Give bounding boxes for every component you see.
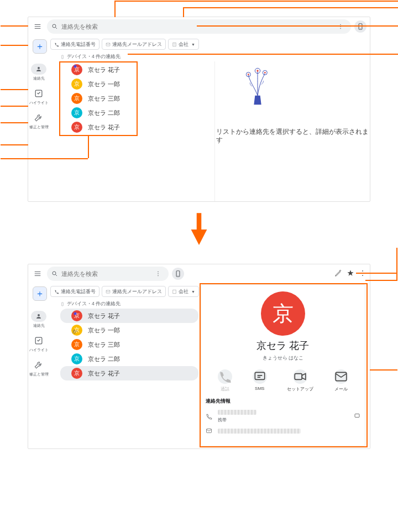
contact-row[interactable]: 京 京セラ 三郎 [60,91,214,106]
sidebar-item-contacts[interactable]: 連絡先 [31,311,46,328]
callout-line [114,1,398,2]
callout-line [1,144,28,145]
section-label: か [72,328,77,335]
contact-name: 京セラ 花子 [88,66,120,74]
filter-chip-company[interactable]: 会社 ▼ [168,286,199,297]
action-call[interactable]: 通話 [218,369,232,392]
svg-rect-6 [106,43,110,45]
callout-line [1,45,28,46]
callout-line [370,369,397,371]
avatar: 京 [71,107,82,118]
filter-chip-company[interactable]: 会社 ▼ [168,39,199,50]
device-icon[interactable] [172,268,184,280]
contact-row[interactable]: 京 京セラ 一郎 [60,77,214,91]
contact-row[interactable]: 京 京セラ 花子 [60,120,214,134]
phone-icon [54,42,59,47]
avatar: 京 [71,339,82,350]
svg-rect-7 [173,43,176,46]
action-label: SMS [255,386,264,391]
phone-icon [54,289,59,294]
contact-row[interactable]: 京 京セラ 花子 [60,62,214,77]
filter-chip-email[interactable]: 連絡先メールアドレス [102,286,166,297]
more-icon[interactable] [359,269,366,278]
callout-line [183,7,398,8]
contact-list: 京 京セラ 花子 京 京セラ 一郎 京 京セラ 三郎 京 京セラ 二郎 [49,61,215,201]
search-icon [51,270,58,277]
contact-name: 京セラ 三郎 [88,95,120,103]
chevron-down-icon: ▼ [191,43,195,46]
svg-point-19 [158,273,159,274]
app-body: 連絡先 ハイライト 修正と管理 京 京セラ 花子 [28,61,370,201]
star-icon [72,64,78,69]
device-icon[interactable] [354,20,366,33]
star-icon[interactable] [347,269,354,278]
callout-line [183,7,184,17]
info-header: 連絡先情報 [206,398,360,405]
redacted-text [218,410,256,415]
svg-point-20 [158,275,159,277]
phone-icon [206,413,212,420]
sidebar-label: ハイライト [29,100,49,106]
detail-furigana: きょうせら はなこ [206,354,360,362]
edit-icon[interactable] [334,269,342,278]
svg-point-17 [53,272,56,275]
menu-icon[interactable] [32,20,44,33]
contact-name: 京セラ 三郎 [88,341,120,349]
app-toolbar [28,264,370,283]
contact-list: 京 京セラ 花子 か 京 京セラ 一郎 京 京セラ 三郎 京 [49,309,198,448]
search-field[interactable] [61,270,149,277]
sidebar-item-manage[interactable]: 修正と管理 [29,112,49,130]
avatar: 京 [71,122,82,133]
callout-line [365,280,397,281]
contact-row-selected[interactable]: 京 京セラ 花子 [60,309,198,323]
person-icon [31,311,46,322]
more-icon[interactable] [152,268,164,280]
star-icon [72,311,78,316]
email-icon [106,42,111,47]
sidebar-item-contacts[interactable]: 連絡先 [31,64,46,81]
svg-point-23 [362,270,363,272]
sidebar-item-highlights[interactable]: ハイライト [29,88,49,106]
contact-row[interactable]: 京 京セラ 一郎 [60,323,198,337]
search-field[interactable] [61,23,331,30]
chip-label: 会社 [179,41,188,48]
contact-detail-panel: 京 京セラ 花子 きょうせら はなこ 通話 SMS セットアップ [201,284,365,446]
action-setup[interactable]: セットアップ [287,369,313,392]
chip-label: 連絡先電話番号 [61,288,96,295]
sidebar-label: 修正と管理 [29,124,49,130]
search-input[interactable] [47,19,351,34]
sidebar-item-manage[interactable]: 修正と管理 [29,359,49,377]
device-small-icon [60,302,65,306]
filter-chip-phone[interactable]: 連絡先電話番号 [50,286,100,297]
contacts-app-before: ＋ 連絡先電話番号 連絡先メールアドレス 会社 ▼ デバイス・4 件の連絡先 [28,17,370,202]
contact-row[interactable]: 京 京セラ 花子 [60,366,198,380]
action-label: メール [334,386,348,392]
contact-row[interactable]: 京 京セラ 二郎 [60,106,214,120]
detail-toolbar [334,269,366,278]
menu-icon[interactable] [32,268,44,280]
contact-row[interactable]: 京 京セラ 二郎 [60,352,198,366]
filter-chip-email[interactable]: 連絡先メールアドレス [102,39,166,50]
mail-icon [206,427,212,434]
action-mail[interactable]: メール [334,369,348,392]
svg-point-16 [256,70,258,71]
company-icon [172,42,177,47]
filter-chip-row: 連絡先電話番号 連絡先メールアドレス 会社 ▼ [28,36,370,53]
count-label: デバイス・4 件の連絡先 [67,54,121,60]
action-sms[interactable]: SMS [253,369,267,392]
avatar: 京 [71,93,82,104]
add-contact-button[interactable]: ＋ [33,286,47,301]
contact-row[interactable]: 京 京セラ 三郎 [60,337,198,352]
svg-rect-26 [106,290,110,293]
info-row-phone[interactable]: 携帯 [206,407,360,425]
svg-point-9 [38,67,40,69]
company-icon [172,289,177,294]
message-icon[interactable] [354,413,360,420]
info-row-email[interactable] [206,425,360,436]
sidebar-item-highlights[interactable]: ハイライト [29,335,49,353]
person-icon [31,64,46,75]
filter-chip-phone[interactable]: 連絡先電話番号 [50,39,100,50]
search-input[interactable] [47,267,169,281]
more-icon[interactable] [334,20,347,33]
add-contact-button[interactable]: ＋ [33,39,47,54]
